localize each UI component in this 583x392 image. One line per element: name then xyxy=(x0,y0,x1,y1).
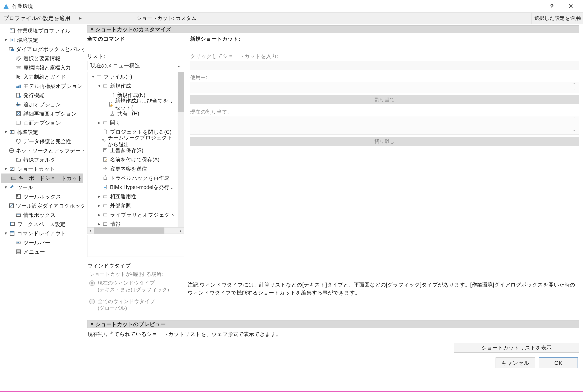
command-item[interactable]: 変更内容を送信 xyxy=(87,164,178,173)
profile-icon xyxy=(9,28,15,34)
tree-item[interactable]: xyz座標情報と座標入力 xyxy=(1,63,83,72)
settings-icon xyxy=(9,37,15,43)
section-preview-header[interactable]: ▼ ショートカットのプレビュー xyxy=(87,320,579,328)
command-item[interactable]: BIMx Hyper-modelを発行... xyxy=(87,182,178,192)
shortcut-input[interactable] xyxy=(190,61,579,70)
tree-item[interactable]: 追加オプション xyxy=(1,100,83,109)
tree-item[interactable]: ダイアログボックスとパレット xyxy=(1,44,83,54)
tree-item[interactable]: モデル再構築オプション xyxy=(1,82,83,90)
hscroll-thumb[interactable] xyxy=(94,228,164,234)
saveas-icon xyxy=(102,156,108,162)
command-label: 名前を付けて保存(A)... xyxy=(110,156,164,163)
svg-rect-33 xyxy=(10,222,11,226)
scroll-right-icon[interactable]: › xyxy=(177,228,184,234)
command-item[interactable]: ▸情報 xyxy=(87,219,178,228)
tree-item[interactable]: ツール設定ダイアログボックス xyxy=(1,201,83,210)
command-tree[interactable]: ▾ファイル(F)▾新規作成新規作成(N)新規作成および全てをリセット(共有...… xyxy=(87,72,178,228)
in-use-list[interactable]: ˄˅ xyxy=(190,82,579,93)
tree-item[interactable]: ネットワークとアップデート xyxy=(1,146,83,155)
tree-item-label: ツール設定ダイアログボックス xyxy=(16,202,84,209)
command-label: 情報 xyxy=(110,220,120,228)
tree-item-label: データ保護と完全性 xyxy=(23,138,71,145)
tree-item[interactable]: ツールバー xyxy=(1,238,83,247)
accent-bar xyxy=(0,391,583,392)
tree-item[interactable]: ▾標準設定 xyxy=(1,128,83,137)
tree-item[interactable]: 発行機能 xyxy=(1,90,83,100)
caret-icon: ▸ xyxy=(97,120,102,125)
command-item[interactable]: 新規作成および全てをリセット( xyxy=(87,100,178,109)
tree-item[interactable]: ▾ショートカット xyxy=(1,164,83,174)
svg-rect-8 xyxy=(16,86,18,88)
tree-item[interactable]: 情報ボックス xyxy=(1,210,83,220)
help-button[interactable]: ? xyxy=(543,0,561,12)
spinner-down-icon[interactable]: ˅ xyxy=(573,88,578,93)
command-label: トラベルパックを再作成 xyxy=(110,174,169,182)
horizontal-scrollbar[interactable]: ‹ › xyxy=(87,228,184,234)
tree-item[interactable]: キーボードショートカット xyxy=(1,174,83,183)
section-customize-header[interactable]: ▼ ショートカットのカスタマイズ xyxy=(87,25,579,33)
page-icon xyxy=(102,129,108,135)
tree-item[interactable]: 詳細再描画オプション xyxy=(1,109,83,118)
tree-item-label: 標準設定 xyxy=(17,129,38,136)
vertical-scrollbar[interactable] xyxy=(178,72,184,228)
tree-item[interactable]: ▾コマンドレイアウト xyxy=(1,229,83,238)
tree-item[interactable]: 入力制約とガイド xyxy=(1,72,83,82)
tree-item-label: 環境設定 xyxy=(17,37,38,44)
profile-apply-dropdown[interactable]: プロファイルの設定を適用: xyxy=(0,12,84,24)
all-commands-label: 全てのコマンド xyxy=(87,35,184,42)
tree-item-label: ネットワークとアップデート xyxy=(16,147,84,154)
command-item[interactable]: ▸相互運用性 xyxy=(87,192,178,201)
radio-icon xyxy=(89,299,95,304)
scroll-left-icon[interactable]: ‹ xyxy=(87,228,94,234)
current-assign-list[interactable]: ˄˅ xyxy=(190,116,579,134)
tree-item-label: ツールバー xyxy=(23,239,50,246)
ok-button[interactable]: OK xyxy=(539,358,578,368)
svg-point-14 xyxy=(19,104,20,105)
svg-rect-30 xyxy=(16,214,20,216)
tree-item[interactable]: 画面オプション xyxy=(1,118,83,128)
spinner-down-icon[interactable]: ˅ xyxy=(573,130,578,134)
tree-item[interactable]: ワークスペース設定 xyxy=(1,220,83,229)
command-label: 開く xyxy=(110,119,121,126)
svg-rect-9 xyxy=(18,86,19,88)
tree-item[interactable]: ツールボックス xyxy=(1,192,83,201)
spinner-up-icon[interactable]: ˄ xyxy=(573,82,578,87)
command-item[interactable]: ▸ライブラリとオブジェクト xyxy=(87,210,178,219)
selected-apply-dropdown[interactable]: 選択した設定を適用: xyxy=(532,12,583,24)
command-item[interactable]: トラベルパックを再作成 xyxy=(87,173,178,182)
tree-item-label: コマンドレイアウト xyxy=(17,230,66,237)
close-button[interactable]: ✕ xyxy=(561,0,580,12)
tree-item[interactable]: メニュー xyxy=(1,247,83,256)
svg-rect-10 xyxy=(19,85,20,88)
tree-item[interactable]: 特殊フォルダ xyxy=(1,155,83,164)
radio-current-window[interactable]: 現在のウィンドウタイプ (テキストまたはグラフィック) xyxy=(87,280,179,293)
command-item[interactable]: ▸開く xyxy=(87,118,178,127)
command-detail-box xyxy=(87,234,184,257)
cancel-button[interactable]: キャンセル xyxy=(496,358,535,368)
command-item[interactable]: ▾新規作成 xyxy=(87,81,178,90)
tree-item[interactable]: 作業環境プロファイル xyxy=(1,26,83,35)
tree-item[interactable]: データ保護と完全性 xyxy=(1,137,83,146)
assign-button[interactable]: 割り当て xyxy=(190,95,579,104)
list-combo[interactable]: 現在のメニュー構造 xyxy=(87,61,184,70)
svg-rect-24 xyxy=(12,178,13,178)
command-item[interactable]: チームワークプロジェクトから退出 xyxy=(87,136,178,146)
svg-rect-0 xyxy=(10,29,14,33)
scroll-thumb[interactable] xyxy=(178,72,184,112)
tree-item[interactable]: 選択と要素情報 xyxy=(1,54,83,63)
command-label: 変更内容を送信 xyxy=(110,165,147,172)
tree-item[interactable]: ▾環境設定 xyxy=(1,35,83,44)
show-shortcut-list-button[interactable]: ショートカットリストを表示 xyxy=(454,342,579,353)
command-item[interactable]: ▾ファイル(F) xyxy=(87,72,178,81)
category-tree[interactable]: 作業環境プロファイル▾環境設定ダイアログボックスとパレット選択と要素情報xyz座… xyxy=(0,24,84,391)
shortcut-icon xyxy=(9,166,15,172)
spinner-up-icon[interactable]: ˄ xyxy=(573,117,578,122)
tree-item[interactable]: ▾ツール xyxy=(1,183,83,192)
svg-point-51 xyxy=(104,187,106,188)
save-icon xyxy=(102,147,108,154)
command-item[interactable]: ▸外部参照 xyxy=(87,201,178,210)
radio-all-windows[interactable]: 全てのウィンドウタイプ (グローバル) xyxy=(87,298,179,312)
command-item[interactable]: 名前を付けて保存(A)... xyxy=(87,155,178,164)
detach-button[interactable]: 切り離し xyxy=(190,137,579,146)
list-label: リスト: xyxy=(87,53,184,60)
